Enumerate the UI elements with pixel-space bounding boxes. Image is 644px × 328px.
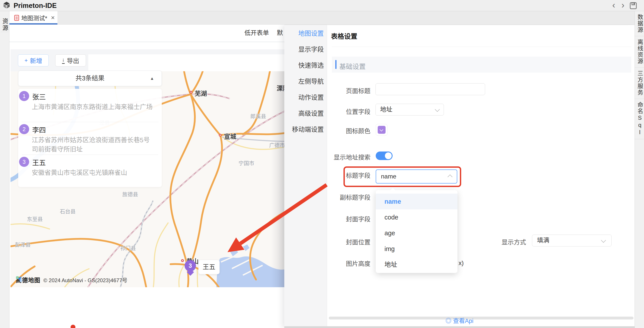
field-label-location-field: 位置字段 <box>284 107 370 116</box>
dropdown-option-img[interactable]: img <box>376 241 458 257</box>
map-label-xuancheng: 宣城 <box>224 132 236 140</box>
dropdown-option-code[interactable]: code <box>376 210 458 225</box>
image-height-suffix: x) <box>458 260 464 266</box>
settings-panel: 地图设置 显示字段 快速筛选 左侧导航 动作设置 高级设置 移动端设置 表格设置… <box>284 25 634 328</box>
back-icon[interactable]: ‹ <box>610 0 618 11</box>
dropdown-option-name[interactable]: name <box>376 194 458 210</box>
divider <box>332 47 631 47</box>
tab-bar: 地图测试* ✕ <box>10 11 634 24</box>
app-title: Primeton-IDE <box>14 0 56 11</box>
map-label-qimen: 祁门县 <box>120 244 136 252</box>
item-name: 张三 <box>32 92 46 101</box>
item-address: 江苏省苏州市姑苏区沧浪街道西善长巷5号司前街看守所旧址 <box>32 136 154 154</box>
sidebar-tab-datasource[interactable]: 数据源 <box>635 11 644 36</box>
amap-logo-icon <box>16 276 23 282</box>
map-dot-xuancheng <box>219 134 222 136</box>
forward-icon[interactable]: › <box>619 0 627 11</box>
item-badge: 1 <box>19 91 29 101</box>
nav-item-display-fields[interactable]: 显示字段 <box>284 44 327 60</box>
active-tab-underline <box>10 23 58 24</box>
toolbar-tab-low-code-form[interactable]: 低开表单 <box>244 24 269 42</box>
red-dot-indicator <box>70 325 76 328</box>
sidebar-tab-offline-resources[interactable]: 离线资源 <box>635 36 644 68</box>
map-label-ningguo: 宁国市 <box>238 159 254 167</box>
result-summary: 共3条结果 <box>18 71 162 86</box>
item-name: 李四 <box>32 124 46 134</box>
bottom-scrollbar-strip <box>284 326 644 328</box>
map-dot-huangshan <box>181 259 184 262</box>
list-item[interactable]: 1 张三 上海市黄浦区南京东路街道上海来福士广场 <box>18 89 162 122</box>
download-icon: ↓ <box>62 57 65 64</box>
document-icon <box>14 15 19 21</box>
map-label-wuhu: 芜湖 <box>195 89 207 98</box>
map-attribution: © 2024 AutoNavi - GS(2023)4677号 <box>44 276 127 284</box>
list-item[interactable]: 2 李四 江苏省苏州市姑苏区沧浪街道西善长巷5号司前街看守所旧址 <box>18 122 162 154</box>
title-bar: Primeton-IDE ‹ › <box>0 0 644 11</box>
sidebar-tab-resources[interactable]: 资源 <box>0 14 9 36</box>
display-mode-select[interactable]: 填满 <box>532 234 612 246</box>
map-label-dongzhi: 东至县 <box>27 215 43 222</box>
tab-label: 地图测试* <box>21 14 47 22</box>
add-button[interactable]: + 新增 <box>18 54 49 66</box>
nav-item-quick-filter[interactable]: 快速筛选 <box>284 60 327 76</box>
panel-title: 表格设置 <box>331 31 357 40</box>
annotation-arrow <box>219 176 333 259</box>
section-title: 基础设置 <box>339 61 366 71</box>
address-search-toggle[interactable] <box>376 152 392 160</box>
result-summary-bar[interactable]: 共3条结果 ▲ <box>18 70 162 86</box>
divider <box>1 32 8 32</box>
field-label-icon-color: 图标颜色 <box>284 126 370 135</box>
left-sidebar: 资源 <box>0 11 10 328</box>
map-label-langxi: 郎溪县 <box>250 112 266 120</box>
editor-toolbar: 低开表单 默 <box>10 24 284 42</box>
dropdown-option-age[interactable]: age <box>376 225 458 241</box>
app-logo-icon <box>2 1 11 10</box>
dropdown-caret <box>390 188 396 193</box>
list-item[interactable]: 3 王五 安徽省黄山市屯溪区屯光镇麻雀山 <box>18 154 162 187</box>
nav-item-map-settings[interactable]: 地图设置 <box>284 28 327 44</box>
add-button-label: 新增 <box>30 56 42 65</box>
toggle-knob <box>385 152 392 159</box>
eye-icon: ◎ <box>446 318 451 324</box>
map-marker-number: 3 <box>184 260 196 272</box>
item-name: 王五 <box>32 157 46 167</box>
map-label-shitai: 石台县 <box>60 207 76 215</box>
map-label-pengze: 彭泽县 <box>15 240 31 248</box>
collapse-icon[interactable]: ▲ <box>150 71 154 86</box>
item-address: 安徽省黄山市屯溪区屯光镇麻雀山 <box>32 168 154 177</box>
map-dot-wuhu <box>190 91 192 94</box>
field-label-address-search: 显示地址搜索 <box>284 152 370 161</box>
map-label-jingde: 旌德县 <box>122 190 138 198</box>
field-label-page-title: 页面标题 <box>284 86 370 95</box>
field-label-display-mode: 显示方式 <box>469 238 526 246</box>
item-badge: 3 <box>19 157 29 167</box>
sidebar-tab-named-sql[interactable]: 命名Sql <box>635 99 644 139</box>
tab-map-test[interactable]: 地图测试* ✕ <box>10 11 58 24</box>
plus-icon: + <box>24 57 28 64</box>
dropdown-option-address[interactable]: 地址 <box>376 257 458 272</box>
title-field-dropdown: name code age img 地址 <box>376 190 458 273</box>
map-marker-label[interactable]: 王五 <box>198 260 220 274</box>
export-button-label: 导出 <box>67 56 79 65</box>
view-api-label: 查看Api <box>453 318 474 324</box>
field-label-image-height: 图片高度 <box>284 259 370 268</box>
result-list: 1 张三 上海市黄浦区南京东路街道上海来福士广场 2 李四 江苏省苏州市姑苏区沧… <box>18 89 162 187</box>
close-icon[interactable]: ✕ <box>51 15 55 21</box>
item-address: 上海市黄浦区南京东路街道上海来福士广场 <box>32 102 154 112</box>
highlight-box <box>344 166 461 187</box>
export-button[interactable]: ↓ 导出 <box>55 54 86 66</box>
toolbar-tab-default[interactable]: 默 <box>277 24 283 42</box>
item-badge: 2 <box>19 124 29 134</box>
location-field-select[interactable]: 地址 <box>376 104 444 116</box>
sidebar-tab-third-party[interactable]: 三方服务 <box>635 68 644 99</box>
save-icon[interactable] <box>630 2 637 10</box>
section-accent-bar <box>335 60 336 69</box>
page-title-input[interactable] <box>376 83 485 95</box>
right-sidebar: 数据源 离线资源 三方服务 命名Sql <box>634 11 644 328</box>
view-api-link[interactable]: ◎ 查看Api <box>284 316 634 325</box>
section-header <box>332 56 631 72</box>
